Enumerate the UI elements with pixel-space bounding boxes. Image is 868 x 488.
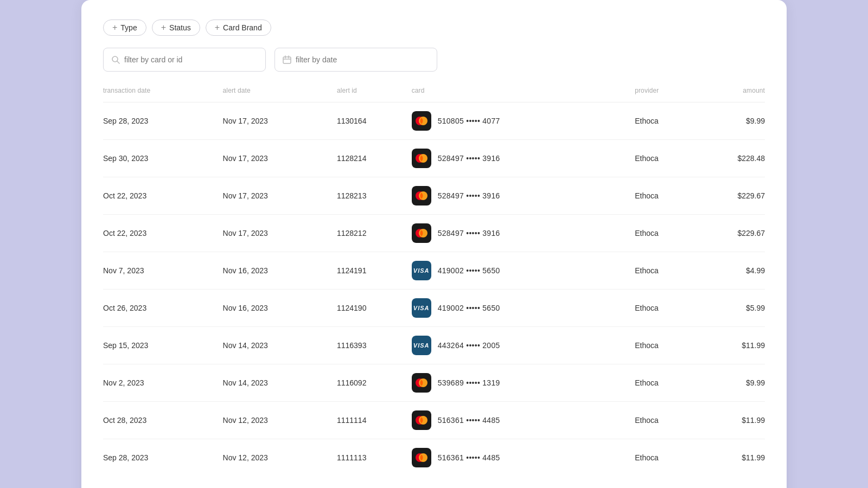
cell-alert-id: 1116092 [337,364,412,402]
cell-provider: Ethoca [635,364,695,402]
card-brand-filter-label: Card Brand [223,23,262,32]
date-search-input[interactable] [296,55,429,64]
cell-provider: Ethoca [635,140,695,177]
table-row: Sep 15, 2023 Nov 14, 2023 1116393 VISA 4… [103,327,765,364]
cell-alert-id: 1111114 [337,402,412,439]
cell-card[interactable]: 516361 ••••• 4485 [412,402,635,439]
cell-amount: $9.99 [695,364,765,402]
table-row: Sep 28, 2023 Nov 12, 2023 1111113 516361… [103,439,765,477]
cell-card[interactable]: VISA 419002 ••••• 5650 [412,252,635,290]
search-icon [111,55,120,64]
table-row: Nov 2, 2023 Nov 14, 2023 1116092 539689 … [103,364,765,402]
cell-provider: Ethoca [635,402,695,439]
cell-alert-date: Nov 14, 2023 [223,327,337,364]
card-brand-icon: VISA [412,336,431,355]
svg-point-17 [419,416,427,425]
date-search-wrap [275,48,437,72]
cell-provider: Ethoca [635,439,695,477]
card-number: 419002 ••••• 5650 [438,266,500,275]
cell-alert-date: Nov 16, 2023 [223,252,337,290]
status-filter-pill[interactable]: + Status [152,20,200,36]
card-brand-icon [412,373,431,393]
cell-amount: $4.99 [695,252,765,290]
cell-card[interactable]: VISA 419002 ••••• 5650 [412,290,635,327]
main-card: + Type + Status + Card Brand [81,0,787,488]
table-row: Sep 30, 2023 Nov 17, 2023 1128214 528497… [103,140,765,177]
table-row: Sep 28, 2023 Nov 17, 2023 1130164 510805… [103,102,765,140]
cell-alert-id: 1128214 [337,140,412,177]
cell-alert-id: 1128213 [337,177,412,215]
cell-alert-id: 1130164 [337,102,412,140]
cell-card[interactable]: 510805 ••••• 4077 [412,102,635,140]
cell-provider: Ethoca [635,177,695,215]
cell-card[interactable]: VISA 443264 ••••• 2005 [412,327,635,364]
calendar-icon [283,55,291,64]
cell-card[interactable]: 528497 ••••• 3916 [412,215,635,252]
card-brand-icon [412,410,431,430]
cell-alert-date: Nov 16, 2023 [223,290,337,327]
card-number: 528497 ••••• 3916 [438,191,500,200]
card-number: 516361 ••••• 4485 [438,416,500,425]
table-row: Oct 28, 2023 Nov 12, 2023 1111114 516361… [103,402,765,439]
card-brand-icon [412,149,431,168]
svg-point-11 [419,191,427,200]
col-card: card [412,87,635,102]
cell-transaction-date: Sep 28, 2023 [103,102,223,140]
col-provider: provider [635,87,695,102]
col-alert-id: alert id [337,87,412,102]
card-number: 510805 ••••• 4077 [438,117,500,125]
cell-card[interactable]: 528497 ••••• 3916 [412,177,635,215]
cell-amount: $11.99 [695,439,765,477]
svg-point-13 [419,229,427,237]
cell-amount: $229.67 [695,215,765,252]
transactions-table: transaction date alert date alert id car… [103,87,765,476]
cell-alert-date: Nov 14, 2023 [223,364,337,402]
type-filter-pill[interactable]: + Type [103,20,146,36]
card-number: 539689 ••••• 1319 [438,378,500,387]
cell-alert-date: Nov 17, 2023 [223,140,337,177]
cell-alert-id: 1124190 [337,290,412,327]
cell-transaction-date: Oct 26, 2023 [103,290,223,327]
svg-point-7 [419,117,427,125]
search-row [103,48,765,72]
cell-card[interactable]: 539689 ••••• 1319 [412,364,635,402]
cell-alert-id: 1116393 [337,327,412,364]
cell-transaction-date: Sep 15, 2023 [103,327,223,364]
table-row: Oct 22, 2023 Nov 17, 2023 1128213 528497… [103,177,765,215]
cell-provider: Ethoca [635,252,695,290]
svg-point-19 [419,453,427,462]
card-search-wrap [103,48,266,72]
col-transaction-date: transaction date [103,87,223,102]
cell-provider: Ethoca [635,102,695,140]
cell-transaction-date: Nov 7, 2023 [103,252,223,290]
svg-rect-2 [283,57,291,63]
card-brand-filter-pill[interactable]: + Card Brand [206,20,271,36]
cell-card[interactable]: 516361 ••••• 4485 [412,439,635,477]
type-plus-icon: + [112,23,117,32]
card-brand-icon: VISA [412,261,431,280]
cell-alert-id: 1111113 [337,439,412,477]
cell-amount: $11.99 [695,402,765,439]
status-plus-icon: + [161,23,166,32]
card-brand-icon: VISA [412,298,431,318]
card-brand-icon [412,448,431,467]
cell-amount: $9.99 [695,102,765,140]
cell-transaction-date: Sep 30, 2023 [103,140,223,177]
svg-line-1 [117,61,119,63]
card-number: 516361 ••••• 4485 [438,453,500,462]
cell-provider: Ethoca [635,290,695,327]
cell-alert-date: Nov 17, 2023 [223,177,337,215]
cell-transaction-date: Oct 22, 2023 [103,177,223,215]
cell-alert-id: 1128212 [337,215,412,252]
type-filter-label: Type [120,23,137,32]
cell-amount: $229.67 [695,177,765,215]
card-search-input[interactable] [124,55,258,64]
cell-card[interactable]: 528497 ••••• 3916 [412,140,635,177]
cell-transaction-date: Sep 28, 2023 [103,439,223,477]
cell-amount: $5.99 [695,290,765,327]
cell-transaction-date: Oct 28, 2023 [103,402,223,439]
svg-point-15 [419,378,427,387]
card-brand-icon [412,186,431,206]
cell-transaction-date: Oct 22, 2023 [103,215,223,252]
cell-alert-date: Nov 17, 2023 [223,215,337,252]
